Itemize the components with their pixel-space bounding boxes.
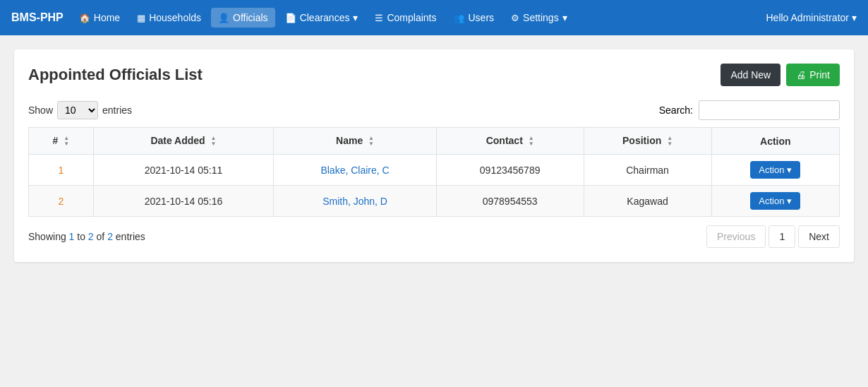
nav-label-settings: Settings bbox=[523, 12, 559, 23]
print-label: Print bbox=[809, 69, 830, 81]
action-button-1[interactable]: Action ▾ bbox=[750, 161, 800, 179]
nav-item-households[interactable]: ▦ Households bbox=[130, 8, 208, 28]
showing-of-label: of bbox=[97, 231, 108, 242]
main-content: Appointed Officials List Add New 🖨 Print… bbox=[0, 35, 868, 276]
search-label: Search: bbox=[659, 105, 693, 116]
nav-label-households: Households bbox=[149, 12, 201, 23]
page-title: Appointed Officials List bbox=[28, 66, 203, 84]
nav-item-officials[interactable]: 👤 Officials bbox=[211, 8, 275, 28]
cell-action: Action ▾ bbox=[711, 186, 839, 217]
sort-icon-num[interactable]: ▲▼ bbox=[64, 136, 69, 147]
add-new-button[interactable]: Add New bbox=[721, 64, 780, 86]
showing-suffix: entries bbox=[116, 231, 145, 242]
sort-icon-position[interactable]: ▲▼ bbox=[667, 136, 673, 147]
table-head: # ▲▼ Date Added ▲▼ Name ▲▼ Contact ▲▼ bbox=[29, 128, 840, 155]
entries-label: entries bbox=[102, 105, 132, 116]
nav-item-settings[interactable]: ⚙ Settings ▾ bbox=[504, 8, 574, 28]
action-button-2[interactable]: Action ▾ bbox=[750, 192, 800, 210]
col-num: # ▲▼ bbox=[29, 128, 94, 155]
page-1-button[interactable]: 1 bbox=[768, 225, 795, 248]
cell-num: 2 bbox=[29, 186, 94, 217]
col-contact: Contact ▲▼ bbox=[436, 128, 584, 155]
nav-menu: 🏠 Home ▦ Households 👤 Officials 📄 Cleara… bbox=[72, 8, 766, 28]
pagination-row: Showing 1 to 2 of 2 entries Previous 1 N… bbox=[28, 225, 840, 248]
nav-label-complaints: Complaints bbox=[387, 12, 436, 23]
cell-position: Kagawad bbox=[584, 186, 711, 217]
home-icon: 🏠 bbox=[79, 13, 90, 23]
col-name: Name ▲▼ bbox=[274, 128, 437, 155]
sort-icon-name[interactable]: ▲▼ bbox=[368, 136, 374, 147]
settings-icon: ⚙ bbox=[511, 13, 519, 23]
showing-prefix: Showing bbox=[28, 231, 69, 242]
cell-position: Chairman bbox=[584, 155, 711, 186]
cell-name: Smith, John, D bbox=[274, 186, 437, 217]
nav-item-home[interactable]: 🏠 Home bbox=[72, 8, 127, 28]
officials-table: # ▲▼ Date Added ▲▼ Name ▲▼ Contact ▲▼ bbox=[28, 127, 840, 217]
printer-icon: 🖨 bbox=[796, 69, 806, 81]
show-label: Show bbox=[28, 105, 53, 116]
user-menu[interactable]: Hello Administrator ▾ bbox=[766, 12, 857, 23]
action-dropdown-icon: ▾ bbox=[787, 196, 792, 206]
showing-to-label: to bbox=[77, 231, 88, 242]
cell-num: 1 bbox=[29, 155, 94, 186]
showing-total: 2 bbox=[107, 231, 113, 242]
navbar: BMS-PHP 🏠 Home ▦ Households 👤 Officials … bbox=[0, 0, 868, 35]
table-row: 2 2021-10-14 05:16 Smith, John, D 097895… bbox=[29, 186, 840, 217]
header-buttons: Add New 🖨 Print bbox=[721, 64, 840, 86]
table-controls: Show 10 25 50 100 entries Search: bbox=[28, 100, 840, 120]
previous-button[interactable]: Previous bbox=[706, 225, 766, 248]
table-row: 1 2021-10-14 05:11 Blake, Claire, C 0912… bbox=[29, 155, 840, 186]
nav-item-users[interactable]: 👥 Users bbox=[446, 8, 501, 28]
card-header: Appointed Officials List Add New 🖨 Print bbox=[28, 64, 840, 86]
clearances-icon: 📄 bbox=[285, 13, 296, 23]
cell-name: Blake, Claire, C bbox=[274, 155, 437, 186]
complaints-icon: ☰ bbox=[375, 13, 383, 23]
next-button[interactable]: Next bbox=[798, 225, 840, 248]
officials-icon: 👤 bbox=[218, 13, 229, 23]
nav-label-officials: Officials bbox=[233, 12, 268, 23]
entries-select[interactable]: 10 25 50 100 bbox=[57, 101, 98, 119]
settings-dropdown-icon: ▾ bbox=[562, 12, 567, 23]
col-position: Position ▲▼ bbox=[584, 128, 711, 155]
households-icon: ▦ bbox=[137, 13, 145, 23]
showing-text: Showing 1 to 2 of 2 entries bbox=[28, 231, 145, 242]
nav-item-complaints[interactable]: ☰ Complaints bbox=[368, 8, 443, 28]
showing-to: 2 bbox=[88, 231, 94, 242]
officials-card: Appointed Officials List Add New 🖨 Print… bbox=[14, 49, 854, 262]
table-header-row: # ▲▼ Date Added ▲▼ Name ▲▼ Contact ▲▼ bbox=[29, 128, 840, 155]
print-button[interactable]: 🖨 Print bbox=[786, 64, 840, 86]
cell-action: Action ▾ bbox=[711, 155, 839, 186]
nav-item-clearances[interactable]: 📄 Clearances ▾ bbox=[278, 8, 366, 28]
col-action: Action bbox=[711, 128, 839, 155]
nav-label-home: Home bbox=[94, 12, 120, 23]
nav-label-users: Users bbox=[468, 12, 494, 23]
pagination: Previous 1 Next bbox=[706, 225, 840, 248]
search-box: Search: bbox=[659, 100, 840, 120]
cell-date: 2021-10-14 05:16 bbox=[93, 186, 274, 217]
search-input[interactable] bbox=[699, 100, 840, 120]
showing-from: 1 bbox=[69, 231, 75, 242]
sort-icon-date[interactable]: ▲▼ bbox=[211, 136, 217, 147]
user-greeting: Hello Administrator bbox=[766, 12, 850, 23]
cell-contact: 09123456789 bbox=[436, 155, 584, 186]
sort-icon-contact[interactable]: ▲▼ bbox=[529, 136, 534, 147]
action-dropdown-icon: ▾ bbox=[787, 165, 792, 175]
show-entries: Show 10 25 50 100 entries bbox=[28, 101, 132, 119]
users-icon: 👥 bbox=[453, 13, 464, 23]
cell-contact: 0978954553 bbox=[436, 186, 584, 217]
table-body: 1 2021-10-14 05:11 Blake, Claire, C 0912… bbox=[29, 155, 840, 217]
nav-label-clearances: Clearances bbox=[300, 12, 350, 23]
brand[interactable]: BMS-PHP bbox=[11, 11, 64, 24]
cell-date: 2021-10-14 05:11 bbox=[93, 155, 274, 186]
col-date-added: Date Added ▲▼ bbox=[93, 128, 274, 155]
user-dropdown-icon: ▾ bbox=[852, 12, 857, 23]
clearances-dropdown-icon: ▾ bbox=[353, 12, 358, 23]
